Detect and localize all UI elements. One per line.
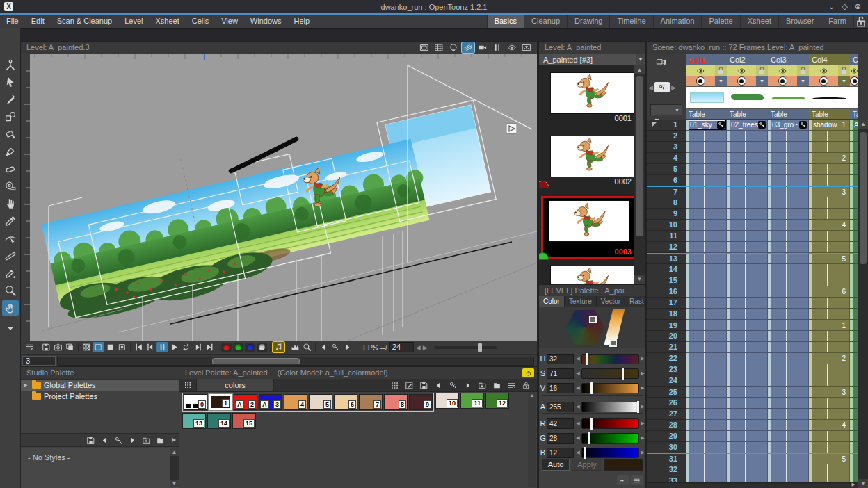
cell-col3-r2[interactable] xyxy=(768,131,809,142)
column-parent-label[interactable]: Table xyxy=(686,109,727,119)
column-header-col3[interactable]: Col3 ▼ Table xyxy=(768,54,809,119)
hexagon-color-wheel[interactable] xyxy=(565,309,604,345)
column-name[interactable]: Col1 xyxy=(686,54,727,65)
key-icon[interactable] xyxy=(799,121,807,129)
rgb-picker-tool[interactable] xyxy=(2,213,19,229)
current-frame-field[interactable]: 3 xyxy=(22,356,56,366)
apply-button[interactable]: Apply xyxy=(572,459,602,471)
cell-col2-r1[interactable]: 02_trees xyxy=(727,120,768,131)
column-menu-button[interactable]: ▼ xyxy=(838,76,850,86)
frame-slider-thumb[interactable] xyxy=(212,358,300,364)
column-name[interactable]: Col2 xyxy=(727,54,768,65)
prev-key-button[interactable]: ◀ xyxy=(648,84,653,91)
scroll-up-button[interactable]: ▲ xyxy=(170,448,179,456)
cell-col2-r4[interactable] xyxy=(727,153,768,164)
next-key-button[interactable] xyxy=(341,342,353,352)
expand-caret-icon[interactable]: ▶ xyxy=(24,382,29,388)
slider-dec-button[interactable]: ◀ xyxy=(575,450,581,455)
cell-col3-r13[interactable] xyxy=(768,253,809,264)
tab-texture[interactable]: Texture xyxy=(565,296,597,307)
cell-col4-r28[interactable]: 4 xyxy=(809,420,850,431)
slider-bar[interactable] xyxy=(581,418,639,429)
frame-number-cell[interactable]: 10 xyxy=(647,220,686,231)
style-chip-1[interactable]: 1 xyxy=(209,394,232,410)
cell-col2-r2[interactable] xyxy=(727,131,768,142)
wheel-marker[interactable] xyxy=(589,316,597,323)
column-lock-toggle[interactable] xyxy=(756,65,768,76)
cell-col4-r4[interactable]: 2 xyxy=(809,153,850,164)
camstand-visibility-toggle[interactable] xyxy=(768,76,797,86)
cell-col1-r26[interactable] xyxy=(686,398,727,409)
slider-inc-button[interactable]: ▶ xyxy=(640,385,645,391)
frame-number-cell[interactable]: 19 xyxy=(647,320,686,331)
style-editor-menu-button[interactable] xyxy=(631,475,643,485)
slider-value-field[interactable]: 255 xyxy=(547,402,574,412)
cell-col4-r31[interactable]: 5 xyxy=(809,453,850,464)
green-channel-button[interactable] xyxy=(233,343,243,352)
cell-col4-r32[interactable] xyxy=(809,464,850,475)
scroll-up-button[interactable]: ▲ xyxy=(528,392,536,399)
cell-col1-r14[interactable] xyxy=(686,264,727,275)
room-tab-timeline[interactable]: Timeline xyxy=(609,15,652,28)
menu-file[interactable]: File xyxy=(0,15,25,28)
column-thumbnail[interactable] xyxy=(768,86,809,109)
cell-col1-r11[interactable] xyxy=(686,231,727,242)
tape-tool[interactable] xyxy=(2,179,19,194)
cell-col1-r5[interactable] xyxy=(686,164,727,175)
column-lock-toggle[interactable] xyxy=(715,65,727,76)
cell-col2-r16[interactable] xyxy=(727,286,768,298)
column-visibility-toggle[interactable] xyxy=(809,65,838,76)
column-visibility-toggle[interactable] xyxy=(686,65,715,76)
room-tab-animation[interactable]: Animation xyxy=(653,15,702,28)
slider-dec-button[interactable]: ◀ xyxy=(575,371,581,376)
cell-col3-r9[interactable] xyxy=(768,209,809,220)
style-chip-10[interactable]: 10 xyxy=(435,393,459,409)
frame-number-cell[interactable]: 6 xyxy=(647,175,686,186)
frame-number-cell[interactable]: 21 xyxy=(647,342,686,353)
key-icon[interactable] xyxy=(717,121,725,129)
frame-display-dropdown[interactable]: ▼Frame xyxy=(650,104,682,115)
cell-col2-r18[interactable] xyxy=(727,309,768,320)
preview-button[interactable] xyxy=(506,42,518,53)
chips-scrollbar[interactable]: ▲ xyxy=(528,392,536,487)
cell-col1-r16[interactable] xyxy=(686,286,727,298)
cell-col4-r22[interactable]: 2 xyxy=(809,353,850,364)
rooms-lock-button[interactable] xyxy=(853,15,868,28)
cell-col3-r17[interactable] xyxy=(768,298,809,309)
cell-col1-r2[interactable] xyxy=(686,131,727,142)
cell-col4-r20[interactable] xyxy=(809,331,850,342)
cell-col2-r24[interactable] xyxy=(727,375,768,387)
strip-marker[interactable] xyxy=(609,339,617,347)
cell-col1-r22[interactable] xyxy=(686,353,727,364)
cell-col3-r28[interactable] xyxy=(768,420,809,431)
cell-col1-r29[interactable] xyxy=(686,431,727,442)
slider-dec-button[interactable]: ◀ xyxy=(575,421,581,426)
histogram-button[interactable] xyxy=(289,342,301,352)
cell-col1-r20[interactable] xyxy=(686,331,727,342)
cell-col4-r3[interactable] xyxy=(809,142,850,153)
frame-number-cell[interactable]: 5 xyxy=(647,164,686,175)
slider-value-field[interactable]: 71 xyxy=(547,368,574,379)
cell-col4-r14[interactable] xyxy=(809,264,850,275)
slider-thumb[interactable] xyxy=(637,401,639,413)
sub-camera-preview-button[interactable] xyxy=(520,42,533,53)
cell-col1-r6[interactable] xyxy=(686,175,727,186)
frame-number-cell[interactable]: 24 xyxy=(647,375,686,387)
style-chip-15[interactable]: 15 xyxy=(232,413,256,429)
cell-col2-r28[interactable] xyxy=(727,420,768,431)
cell-col4-r23[interactable] xyxy=(809,364,850,375)
slider-bar[interactable] xyxy=(581,433,639,444)
camstand-view-button[interactable] xyxy=(447,42,460,53)
column-header-col2[interactable]: Col2 ▼ Table xyxy=(727,54,768,119)
hand-tool[interactable] xyxy=(2,300,19,316)
column-menu-button[interactable]: ▼ xyxy=(715,76,727,86)
zoom-tool[interactable] xyxy=(2,283,19,298)
scroll-down-button[interactable]: ▼ xyxy=(170,480,179,487)
cell-col1-r25[interactable] xyxy=(686,387,727,398)
column-thumbnail[interactable] xyxy=(686,86,727,109)
cell-col2-r26[interactable] xyxy=(727,398,768,409)
palette-folder-project-palettes[interactable]: Project Palettes xyxy=(21,391,179,402)
slider-inc-button[interactable]: ▶ xyxy=(640,450,645,455)
cell-col2-r5[interactable] xyxy=(727,164,768,175)
frame-number-cell[interactable]: 29 xyxy=(647,431,686,442)
